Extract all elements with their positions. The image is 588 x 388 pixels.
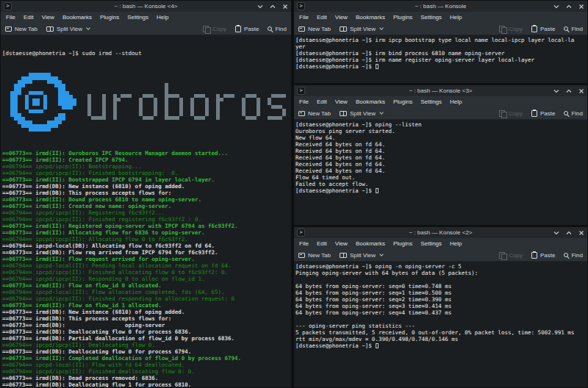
menu-item-settings[interactable]: Settings bbox=[127, 14, 148, 21]
find-button[interactable]: Find bbox=[564, 252, 583, 259]
maximize-button[interactable] bbox=[566, 4, 572, 10]
terminal-line: ==06773== irmd(DB): Partial deallocation… bbox=[2, 335, 291, 342]
paste-button[interactable]: Paste bbox=[531, 109, 555, 117]
menu-item-view[interactable]: View bbox=[335, 14, 348, 21]
menu-item-edit[interactable]: Edit bbox=[317, 240, 327, 247]
terminal-bottom-right[interactable]: [dstaesse@phonetria ~]$ oping -n oping-s… bbox=[294, 262, 587, 387]
new-tab-button[interactable]: New Tab bbox=[298, 110, 331, 117]
copy-button[interactable]: Copy bbox=[499, 26, 523, 32]
menu-item-help[interactable]: Help bbox=[157, 14, 168, 21]
terminal-line: Received 64 bytes on fd 64. bbox=[295, 141, 587, 148]
terminal-mid-right[interactable]: [dstaesse@phonetria ~]$ oping --listenOu… bbox=[294, 120, 587, 225]
menu-item-file[interactable]: File bbox=[6, 14, 15, 21]
menu-item-view[interactable]: View bbox=[335, 98, 348, 105]
split-view-icon bbox=[46, 26, 54, 32]
chevron-down-icon bbox=[379, 252, 384, 256]
menu-item-view[interactable]: View bbox=[42, 14, 54, 21]
copy-button-label: Copy bbox=[509, 252, 523, 259]
titlebar[interactable]: > ~ : bash — Konsole <4> bbox=[1, 1, 291, 12]
new-tab-button[interactable]: New Tab bbox=[298, 252, 331, 259]
paste-button-label: Paste bbox=[540, 26, 555, 32]
terminal-line: ==06794== ipcpd/ipcp(II): Registering f6… bbox=[2, 209, 291, 216]
new-tab-button[interactable]: New Tab bbox=[298, 26, 331, 32]
terminal-line: yer bbox=[295, 43, 587, 50]
terminal-line: ==06773== irmd(DB): Deallocating flow 0 … bbox=[2, 348, 291, 355]
minimize-button[interactable] bbox=[553, 4, 559, 10]
menu-item-plugins[interactable]: Plugins bbox=[100, 14, 119, 21]
menu-item-file[interactable]: File bbox=[299, 240, 309, 247]
copy-button[interactable]: Copy bbox=[499, 110, 523, 117]
terminal-line: Received 64 bytes on fd 64. bbox=[295, 168, 587, 174]
paste-button[interactable]: Paste bbox=[531, 25, 555, 32]
menu-item-view[interactable]: View bbox=[335, 240, 348, 247]
close-button[interactable] bbox=[578, 88, 584, 94]
window-title: ~ : bash — Konsole <4> bbox=[1, 3, 291, 10]
split-view-button-label: Split View bbox=[57, 26, 82, 32]
maximize-button[interactable] bbox=[566, 88, 572, 94]
window-konsole-1: > ~ : bash — Konsole FileEditViewBookmar… bbox=[293, 0, 588, 84]
paste-icon bbox=[531, 26, 537, 32]
menu-item-edit[interactable]: Edit bbox=[317, 14, 327, 21]
terminal-line: 64 bytes from oping-server: seq=1 time=0… bbox=[295, 290, 587, 296]
terminal-line: ==06794== ipcpd/ipcp(II): Finished deall… bbox=[2, 368, 291, 375]
find-icon bbox=[564, 253, 568, 257]
menu-item-file[interactable]: File bbox=[299, 14, 309, 21]
chevron-down-icon bbox=[86, 26, 90, 30]
find-button-label: Find bbox=[571, 252, 583, 259]
titlebar[interactable]: > ~ : bash — Konsole <2> bbox=[294, 227, 587, 238]
menu-item-bookmarks[interactable]: Bookmarks bbox=[62, 14, 92, 21]
menu-item-help[interactable]: Help bbox=[450, 14, 462, 21]
new-tab-icon bbox=[298, 253, 305, 258]
menu-item-settings[interactable]: Settings bbox=[420, 98, 442, 105]
menu-item-help[interactable]: Help bbox=[450, 240, 462, 247]
menu-item-bookmarks[interactable]: Bookmarks bbox=[356, 240, 385, 247]
find-button[interactable]: Find bbox=[564, 110, 583, 117]
terminal-top-right[interactable]: [dstaesse@phonetria ~]$ irm ipcp bootstr… bbox=[294, 35, 587, 83]
menu-item-plugins[interactable]: Plugins bbox=[393, 14, 412, 21]
maximize-button[interactable] bbox=[270, 4, 276, 10]
terminal-line: ==06794== ipcpd-local(II): Pending local… bbox=[2, 262, 291, 269]
menu-item-settings[interactable]: Settings bbox=[420, 240, 442, 247]
terminal-line: ==06773== irmd(II): Completed deallocati… bbox=[2, 355, 291, 362]
minimize-button[interactable] bbox=[257, 4, 263, 10]
menu-item-bookmarks[interactable]: Bookmarks bbox=[356, 14, 385, 21]
minimize-button[interactable] bbox=[553, 88, 559, 94]
close-button[interactable] bbox=[578, 230, 584, 236]
titlebar[interactable]: > ~ : bash — Konsole bbox=[294, 1, 587, 12]
window-konsole-4: > ~ : bash — Konsole <4> FileEditViewBoo… bbox=[0, 0, 292, 388]
konsole-app-icon: > bbox=[297, 2, 305, 10]
window-controls bbox=[553, 88, 584, 94]
menu-item-plugins[interactable]: Plugins bbox=[393, 98, 412, 105]
menu-bar: FileEditViewBookmarksPluginsSettingsHelp bbox=[1, 12, 291, 23]
titlebar[interactable]: > ~ : bash — Konsole <3> bbox=[294, 85, 587, 96]
menu-item-edit[interactable]: Edit bbox=[317, 98, 327, 105]
new-tab-button[interactable]: New Tab bbox=[5, 26, 37, 32]
terminal-line: Ouroboros ping server started. bbox=[295, 128, 587, 134]
split-view-button[interactable]: Split View bbox=[340, 26, 383, 32]
close-button[interactable] bbox=[282, 4, 288, 10]
menu-item-plugins[interactable]: Plugins bbox=[393, 240, 412, 247]
terminal-line: ==06773== irmd(II): Registered oping-ser… bbox=[2, 223, 291, 229]
paste-button[interactable]: Paste bbox=[235, 25, 259, 32]
chevron-down-icon bbox=[379, 110, 384, 115]
maximize-button[interactable] bbox=[566, 230, 572, 236]
copy-button[interactable]: Copy bbox=[499, 252, 523, 259]
terminal-line bbox=[295, 316, 587, 323]
split-view-button[interactable]: Split View bbox=[46, 26, 90, 32]
menu-item-edit[interactable]: Edit bbox=[24, 14, 34, 21]
menu-item-help[interactable]: Help bbox=[450, 98, 462, 105]
menu-item-file[interactable]: File bbox=[299, 98, 309, 105]
split-view-button[interactable]: Split View bbox=[340, 110, 383, 117]
split-view-button[interactable]: Split View bbox=[340, 252, 383, 259]
terminal-left[interactable]: [dstaesse@phonetria ~]$ sudo irmd --stdo… bbox=[1, 35, 291, 387]
find-button[interactable]: Find bbox=[268, 26, 287, 32]
menu-item-bookmarks[interactable]: Bookmarks bbox=[356, 98, 385, 105]
split-view-button-label: Split View bbox=[350, 26, 376, 32]
close-button[interactable] bbox=[578, 4, 584, 10]
paste-button[interactable]: Paste bbox=[531, 251, 555, 259]
copy-button[interactable]: Copy bbox=[203, 26, 226, 32]
find-button[interactable]: Find bbox=[564, 26, 583, 32]
minimize-button[interactable] bbox=[553, 230, 559, 236]
terminal-line: 5 packets transmitted, 5 received, 0 out… bbox=[295, 329, 587, 336]
menu-item-settings[interactable]: Settings bbox=[420, 14, 442, 21]
